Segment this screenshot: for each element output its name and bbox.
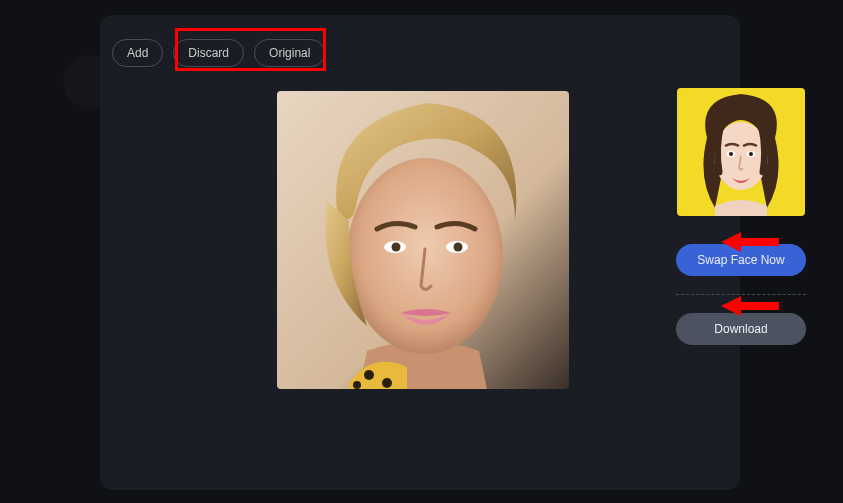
svg-marker-16 [721, 232, 741, 252]
toolbar: Add Discard Original [112, 39, 325, 67]
svg-point-4 [392, 243, 401, 252]
svg-point-6 [364, 370, 374, 380]
svg-point-5 [454, 243, 463, 252]
svg-point-13 [729, 152, 733, 156]
svg-point-14 [749, 152, 753, 156]
svg-point-8 [353, 381, 361, 389]
discard-button[interactable]: Discard [173, 39, 244, 67]
annotation-arrow-icon [721, 292, 781, 320]
target-face-thumbnail[interactable] [677, 88, 805, 216]
editor-panel: Add Discard Original [100, 15, 740, 490]
svg-point-7 [382, 378, 392, 388]
add-button[interactable]: Add [112, 39, 163, 67]
original-button[interactable]: Original [254, 39, 325, 67]
annotation-arrow-icon [721, 228, 781, 256]
main-face-image [277, 91, 569, 389]
svg-marker-18 [721, 296, 741, 316]
